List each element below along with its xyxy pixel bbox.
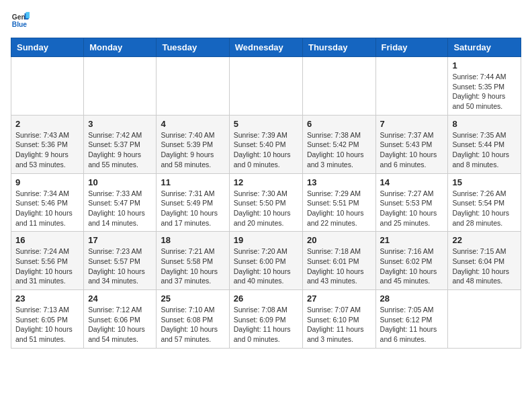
day-number: 23 — [15, 293, 79, 304]
day-cell: 16Sunrise: 7:24 AM Sunset: 5:56 PM Dayli… — [11, 232, 84, 290]
col-header-tuesday: Tuesday — [157, 38, 229, 57]
day-number: 9 — [15, 177, 79, 187]
day-number: 7 — [380, 119, 444, 129]
day-number: 13 — [307, 177, 371, 187]
day-cell — [84, 57, 157, 116]
day-number: 5 — [234, 119, 298, 129]
day-cell: 26Sunrise: 7:08 AM Sunset: 6:09 PM Dayli… — [229, 290, 302, 349]
col-header-wednesday: Wednesday — [229, 38, 302, 57]
day-cell: 23Sunrise: 7:13 AM Sunset: 6:05 PM Dayli… — [11, 290, 84, 349]
week-row-1: 1Sunrise: 7:44 AM Sunset: 5:35 PM Daylig… — [11, 57, 521, 116]
day-cell: 12Sunrise: 7:30 AM Sunset: 5:50 PM Dayli… — [229, 173, 302, 232]
day-info: Sunrise: 7:18 AM Sunset: 6:01 PM Dayligh… — [307, 246, 371, 286]
col-header-saturday: Saturday — [448, 38, 521, 57]
day-cell: 24Sunrise: 7:12 AM Sunset: 6:06 PM Dayli… — [84, 290, 157, 349]
day-number: 8 — [452, 119, 517, 129]
day-cell — [229, 57, 302, 116]
day-info: Sunrise: 7:40 AM Sunset: 5:39 PM Dayligh… — [161, 130, 224, 170]
day-cell: 13Sunrise: 7:29 AM Sunset: 5:51 PM Dayli… — [302, 173, 375, 232]
day-cell: 1Sunrise: 7:44 AM Sunset: 5:35 PM Daylig… — [448, 57, 521, 116]
day-cell — [302, 57, 375, 116]
day-number: 16 — [15, 235, 79, 245]
day-number: 19 — [234, 235, 298, 245]
col-header-sunday: Sunday — [11, 38, 84, 57]
day-cell: 27Sunrise: 7:07 AM Sunset: 6:10 PM Dayli… — [302, 290, 375, 349]
day-info: Sunrise: 7:38 AM Sunset: 5:42 PM Dayligh… — [307, 130, 371, 170]
day-info: Sunrise: 7:13 AM Sunset: 6:05 PM Dayligh… — [15, 305, 79, 345]
week-row-3: 9Sunrise: 7:34 AM Sunset: 5:46 PM Daylig… — [11, 173, 521, 232]
svg-marker-3 — [26, 12, 30, 18]
week-row-4: 16Sunrise: 7:24 AM Sunset: 5:56 PM Dayli… — [11, 232, 521, 290]
day-info: Sunrise: 7:21 AM Sunset: 5:58 PM Dayligh… — [161, 246, 224, 286]
logo-icon: General Blue — [11, 11, 30, 30]
day-info: Sunrise: 7:27 AM Sunset: 5:53 PM Dayligh… — [380, 189, 444, 228]
day-cell: 7Sunrise: 7:37 AM Sunset: 5:43 PM Daylig… — [375, 115, 448, 173]
day-cell: 3Sunrise: 7:42 AM Sunset: 5:37 PM Daylig… — [84, 115, 157, 173]
day-info: Sunrise: 7:33 AM Sunset: 5:47 PM Dayligh… — [88, 189, 152, 228]
page-header: General Blue — [11, 11, 521, 30]
day-cell: 11Sunrise: 7:31 AM Sunset: 5:49 PM Dayli… — [157, 173, 229, 232]
day-info: Sunrise: 7:05 AM Sunset: 6:12 PM Dayligh… — [380, 305, 444, 345]
day-number: 1 — [452, 60, 517, 71]
day-cell: 9Sunrise: 7:34 AM Sunset: 5:46 PM Daylig… — [11, 173, 84, 232]
day-number: 21 — [380, 235, 444, 245]
day-cell: 8Sunrise: 7:35 AM Sunset: 5:44 PM Daylig… — [448, 115, 521, 173]
day-info: Sunrise: 7:44 AM Sunset: 5:35 PM Dayligh… — [452, 72, 517, 111]
day-info: Sunrise: 7:16 AM Sunset: 6:02 PM Dayligh… — [380, 246, 444, 286]
calendar-table: SundayMondayTuesdayWednesdayThursdayFrid… — [11, 38, 521, 349]
day-cell: 28Sunrise: 7:05 AM Sunset: 6:12 PM Dayli… — [375, 290, 448, 349]
day-info: Sunrise: 7:39 AM Sunset: 5:40 PM Dayligh… — [234, 130, 298, 170]
day-number: 4 — [161, 119, 224, 129]
day-number: 10 — [88, 177, 152, 187]
day-number: 2 — [15, 119, 79, 129]
day-number: 17 — [88, 235, 152, 245]
day-info: Sunrise: 7:15 AM Sunset: 6:04 PM Dayligh… — [452, 246, 517, 286]
svg-text:Blue: Blue — [12, 21, 28, 28]
day-info: Sunrise: 7:34 AM Sunset: 5:46 PM Dayligh… — [15, 189, 79, 228]
day-cell: 10Sunrise: 7:33 AM Sunset: 5:47 PM Dayli… — [84, 173, 157, 232]
day-cell — [11, 57, 84, 116]
col-header-thursday: Thursday — [302, 38, 375, 57]
day-cell — [375, 57, 448, 116]
day-cell — [157, 57, 229, 116]
col-header-friday: Friday — [375, 38, 448, 57]
day-info: Sunrise: 7:23 AM Sunset: 5:57 PM Dayligh… — [88, 246, 152, 286]
day-info: Sunrise: 7:31 AM Sunset: 5:49 PM Dayligh… — [161, 189, 224, 228]
day-number: 6 — [307, 119, 371, 129]
day-number: 3 — [88, 119, 152, 129]
week-row-2: 2Sunrise: 7:43 AM Sunset: 5:36 PM Daylig… — [11, 115, 521, 173]
day-cell: 22Sunrise: 7:15 AM Sunset: 6:04 PM Dayli… — [448, 232, 521, 290]
day-cell: 2Sunrise: 7:43 AM Sunset: 5:36 PM Daylig… — [11, 115, 84, 173]
day-number: 14 — [380, 177, 444, 187]
day-number: 24 — [88, 293, 152, 304]
day-cell: 21Sunrise: 7:16 AM Sunset: 6:02 PM Dayli… — [375, 232, 448, 290]
day-number: 22 — [452, 235, 517, 245]
day-cell: 20Sunrise: 7:18 AM Sunset: 6:01 PM Dayli… — [302, 232, 375, 290]
day-info: Sunrise: 7:35 AM Sunset: 5:44 PM Dayligh… — [452, 130, 517, 170]
day-info: Sunrise: 7:24 AM Sunset: 5:56 PM Dayligh… — [15, 246, 79, 286]
col-header-monday: Monday — [84, 38, 157, 57]
week-row-5: 23Sunrise: 7:13 AM Sunset: 6:05 PM Dayli… — [11, 290, 521, 349]
day-number: 11 — [161, 177, 224, 187]
day-info: Sunrise: 7:20 AM Sunset: 6:00 PM Dayligh… — [234, 246, 298, 286]
day-number: 15 — [452, 177, 517, 187]
day-info: Sunrise: 7:10 AM Sunset: 6:08 PM Dayligh… — [161, 305, 224, 345]
day-cell: 14Sunrise: 7:27 AM Sunset: 5:53 PM Dayli… — [375, 173, 448, 232]
day-cell: 6Sunrise: 7:38 AM Sunset: 5:42 PM Daylig… — [302, 115, 375, 173]
day-cell: 15Sunrise: 7:26 AM Sunset: 5:54 PM Dayli… — [448, 173, 521, 232]
header-row: SundayMondayTuesdayWednesdayThursdayFrid… — [11, 38, 521, 57]
day-number: 12 — [234, 177, 298, 187]
day-info: Sunrise: 7:43 AM Sunset: 5:36 PM Dayligh… — [15, 130, 79, 170]
day-info: Sunrise: 7:07 AM Sunset: 6:10 PM Dayligh… — [307, 305, 371, 345]
day-number: 28 — [380, 293, 444, 304]
day-cell: 25Sunrise: 7:10 AM Sunset: 6:08 PM Dayli… — [157, 290, 229, 349]
day-cell: 4Sunrise: 7:40 AM Sunset: 5:39 PM Daylig… — [157, 115, 229, 173]
day-info: Sunrise: 7:08 AM Sunset: 6:09 PM Dayligh… — [234, 305, 298, 345]
day-cell: 18Sunrise: 7:21 AM Sunset: 5:58 PM Dayli… — [157, 232, 229, 290]
day-number: 18 — [161, 235, 224, 245]
day-cell: 17Sunrise: 7:23 AM Sunset: 5:57 PM Dayli… — [84, 232, 157, 290]
day-info: Sunrise: 7:37 AM Sunset: 5:43 PM Dayligh… — [380, 130, 444, 170]
day-cell: 5Sunrise: 7:39 AM Sunset: 5:40 PM Daylig… — [229, 115, 302, 173]
day-number: 20 — [307, 235, 371, 245]
day-number: 26 — [234, 293, 298, 304]
